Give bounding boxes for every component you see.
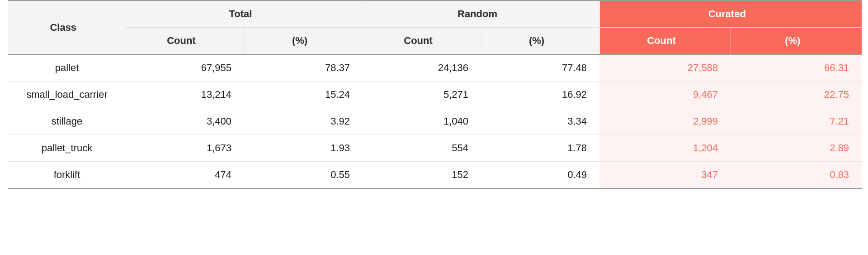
cell-curated-pct: 2.89 (731, 135, 862, 162)
cell-curated-count: 27,588 (599, 54, 731, 82)
cell-total-pct: 1.93 (244, 135, 363, 162)
header-class: Class (8, 0, 126, 54)
cell-total-pct: 0.55 (244, 162, 363, 189)
cell-total-count: 1,673 (126, 135, 244, 162)
cell-curated-count: 1,204 (599, 135, 731, 162)
header-random-pct: (%) (481, 28, 599, 55)
cell-total-count: 3,400 (126, 108, 244, 135)
cell-random-count: 24,136 (363, 54, 481, 82)
cell-total-pct: 15.24 (244, 82, 363, 108)
cell-curated-pct: 7.21 (731, 108, 862, 135)
cell-random-count: 152 (363, 162, 481, 189)
cell-random-pct: 0.49 (481, 162, 599, 189)
cell-total-count: 67,955 (126, 54, 244, 82)
table-row: pallet_truck 1,673 1.93 554 1.78 1,204 2… (8, 135, 862, 162)
cell-curated-pct: 22.75 (731, 82, 862, 108)
cell-curated-pct: 66.31 (731, 54, 862, 82)
cell-random-count: 5,271 (363, 82, 481, 108)
header-group-curated: Curated (599, 0, 862, 28)
header-group-random: Random (363, 0, 599, 28)
table-row: small_load_carrier 13,214 15.24 5,271 16… (8, 82, 862, 108)
cell-random-count: 1,040 (363, 108, 481, 135)
cell-random-pct: 1.78 (481, 135, 599, 162)
cell-curated-pct: 0.83 (731, 162, 862, 189)
cell-total-count: 474 (126, 162, 244, 189)
cell-class: pallet (8, 54, 126, 82)
table-row: pallet 67,955 78.37 24,136 77.48 27,588 … (8, 54, 862, 82)
header-total-count: Count (126, 28, 244, 55)
cell-curated-count: 2,999 (599, 108, 731, 135)
cell-random-pct: 3.34 (481, 108, 599, 135)
cell-curated-count: 9,467 (599, 82, 731, 108)
header-curated-count: Count (599, 28, 731, 55)
header-curated-pct: (%) (731, 28, 862, 55)
cell-random-pct: 16.92 (481, 82, 599, 108)
cell-curated-count: 347 (599, 162, 731, 189)
cell-total-pct: 3.92 (244, 108, 363, 135)
cell-class: stillage (8, 108, 126, 135)
class-distribution-table: Class Total Random Curated Count (%) Cou… (8, 0, 862, 189)
header-total-pct: (%) (244, 28, 363, 55)
table-row: forklift 474 0.55 152 0.49 347 0.83 (8, 162, 862, 189)
cell-class: small_load_carrier (8, 82, 126, 108)
cell-class: pallet_truck (8, 135, 126, 162)
header-random-count: Count (363, 28, 481, 55)
cell-random-count: 554 (363, 135, 481, 162)
table-row: stillage 3,400 3.92 1,040 3.34 2,999 7.2… (8, 108, 862, 135)
cell-total-pct: 78.37 (244, 54, 363, 82)
cell-total-count: 13,214 (126, 82, 244, 108)
cell-class: forklift (8, 162, 126, 189)
cell-random-pct: 77.48 (481, 54, 599, 82)
header-group-total: Total (126, 0, 363, 28)
